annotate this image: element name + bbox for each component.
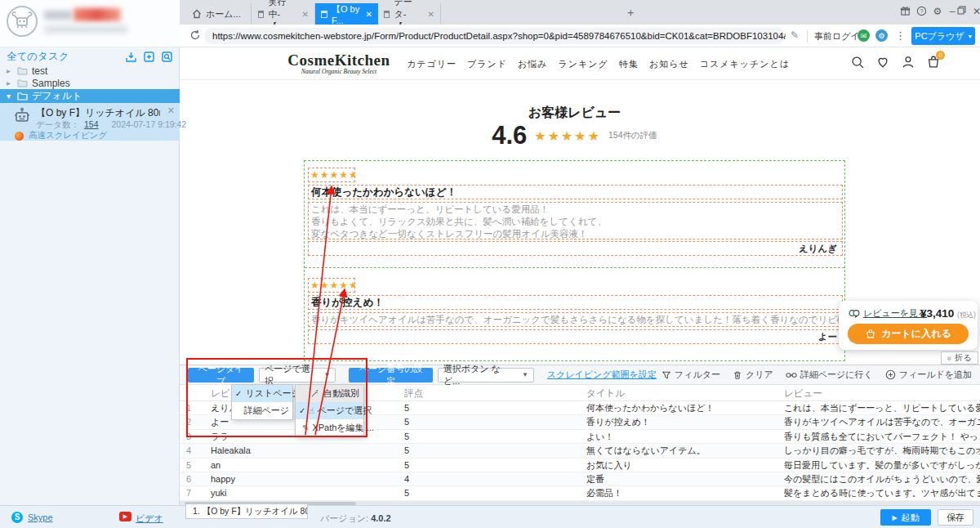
wishlist-heart-icon[interactable] [875,55,890,69]
table-cell: 香りも質感も全てにおいてパーフェクト！ やっと出会えたって感... [777,430,980,443]
sidebar-item-default[interactable]: ▾ デフォルト [0,89,180,103]
refresh-icon[interactable] [189,29,201,41]
site-nav: カテゴリー ブランド お悩み ランキング 特集 お知らせ コスメキッチンとは [407,47,790,80]
review-stars-field[interactable]: ★★★★★ [308,168,355,182]
sidebar-item-test[interactable]: ▸ test [0,65,180,77]
menu-item-detail-page[interactable]: 詳細ページ [232,402,292,419]
speed-scraping-icon [15,132,24,141]
launch-button[interactable]: ▶ 起動 [880,509,931,526]
go-to-detail-button[interactable]: 詳細ページに行く [786,369,873,381]
close-button[interactable]: ✕ [970,6,980,17]
table-cell: 何本使ったかわからないほど！ [580,401,777,414]
nav-category[interactable]: カテゴリー [407,58,457,70]
review-body-field[interactable]: 香りがキツイヘアオイルは苦手なので、オーガニックで髪もさらさらになる物を探してい… [308,312,843,327]
set-scrape-range-link[interactable]: スクレイピング範囲を設定 [547,369,657,381]
help-icon[interactable]: ? [916,6,929,16]
tab-data[interactable]: データ-【... ✕ [378,3,441,25]
tab-close-icon[interactable]: ✕ [428,10,434,19]
chevron-down-icon: ▾ [969,33,972,40]
tab-home[interactable]: ホーム... [186,3,252,25]
score-stars: ★★★★★ [534,128,601,144]
header-title[interactable]: タイトル [580,385,777,400]
nav-about[interactable]: コスメキッチンとは [700,58,790,70]
table-cell: 香りがキツイヘアオイルは苦手なので、オーガニックで髪もさら... [777,415,980,428]
select-button-dropdown[interactable]: 選択ボタン など... ▼ [438,368,534,383]
browser-mode-button[interactable]: PCブラウザ ▾ [911,27,975,45]
table-row[interactable]: 5an5お気に入り毎日愛用しています。髪の量が多いですがしっかりまとまってく..… [180,459,980,472]
nav-news[interactable]: お知らせ [649,58,689,70]
table-cell: 5 [398,415,580,428]
review-reviewer-field[interactable]: よー [308,329,843,344]
task-close-icon[interactable]: ✕ [167,105,175,116]
page-type-menu: ✓ リストページ ▸ 詳細ページ [231,384,293,420]
search-task-icon[interactable] [161,51,173,63]
menu-item-select-on-page[interactable]: ✓ ☝ ページで選択 [296,402,363,419]
double-chevron-down-icon: » [945,356,954,360]
extension-icon-green[interactable]: ✉ [858,29,870,42]
pointer-hand-icon: ☝ [309,406,314,415]
data-count-link[interactable]: 154 [84,119,99,131]
nav-brand[interactable]: ブランド [467,58,507,70]
all-tasks-label: 全てのタスク [7,50,125,64]
folder-icon [17,66,28,75]
gift-icon[interactable] [900,6,913,16]
header-review[interactable]: レビュー [777,385,980,400]
nav-feature[interactable]: 特集 [619,58,639,70]
cart-button[interactable]: 0 [926,55,941,69]
table-row[interactable]: 4Haleakala5無くてはならないアイテム。しっかり目の癖っ毛ですが、梅雨時… [180,444,980,458]
import-task-icon[interactable] [125,51,137,63]
table-cell: よい！ [580,430,777,443]
tab-close-icon[interactable]: ✕ [302,10,309,19]
new-task-icon[interactable] [143,51,155,63]
tab-running[interactable]: 実行中-【... ✕ [252,3,315,25]
see-reviews-link[interactable]: レビューを見る [863,307,927,320]
nav-concerns[interactable]: お悩み [518,58,548,70]
account-icon[interactable] [901,55,915,69]
review-title-field[interactable]: 香りが控えめ！ [308,295,843,310]
table-row[interactable]: 6happy4定番今の髪型にはこのオイルがちょうどいいので、愛用しています！ [180,472,980,486]
scrape-selection-region[interactable]: ★★★★★ 何本使ったかわからないほど！ これは、本当にずーーっと、リピートして… [304,160,845,361]
more-options-icon[interactable]: ⋮ [895,29,906,42]
menu-item-edit-xpath[interactable]: ✎ XPathを編集 ... [296,419,363,436]
add-field-button[interactable]: フィールドを追加 [885,369,972,381]
clear-button[interactable]: クリア [733,369,773,381]
status-bar: S Skype ▶ ビデオ バージョン: 4.0.2 ▶ 起動 保存 [0,505,980,528]
save-button[interactable]: 保存 [938,509,973,526]
menu-item-list-page[interactable]: ✓ リストページ ▸ [232,385,292,402]
page-number-setting-button[interactable]: ページ番号の設定 [349,368,432,383]
collapse-panel-button[interactable]: » 折る [941,351,978,365]
add-to-cart-button[interactable]: カートに入れる [848,324,969,344]
restore-button[interactable] [957,6,970,15]
extension-icon-blue[interactable]: ⚙ [875,29,888,42]
skype-link[interactable]: Skype [28,512,53,522]
page-type-button[interactable]: ページタイプ [188,368,254,383]
review-score-summary: 4.6 ★★★★★ 154件の評価 [304,121,845,150]
menu-item-auto-detect[interactable]: 自動識別 [296,385,363,402]
open-task-bottom-tab[interactable]: 1. 【O by F】リッチオイル 80mL ... [185,503,308,519]
new-tab-button[interactable]: ＋ [625,6,636,20]
settings-gear-icon[interactable]: ⚙ [931,6,944,17]
review-stars-field[interactable]: ★★★★★ [308,278,355,293]
address-bar[interactable]: https://www.cosmekitchen-webstore.jp/For… [204,28,786,44]
home-icon [192,9,202,19]
search-icon[interactable] [850,55,865,69]
review-reviewer-field[interactable]: えりんぎ [308,241,843,256]
nav-ranking[interactable]: ランキング [559,58,608,70]
app-logo [7,6,38,37]
task-card[interactable]: 【O by F】リッチオイル 80mL｜アウトバ... ✕ データ数：154 2… [0,103,180,141]
review-title-field[interactable]: 何本使ったかわからないほど！ [308,185,843,199]
video-link[interactable]: ビデオ [136,512,163,525]
page-select-dropdown[interactable]: ページで選択 ▼ [259,368,336,383]
site-logo[interactable]: CosmeKitchen Natural Organic Beauty Sele… [282,51,396,75]
filter-button[interactable]: フィルター [662,369,720,381]
table-cell: 5 [398,486,580,499]
tab-close-icon[interactable]: ✕ [366,10,372,19]
table-row[interactable]: 7yuki5必需品！髪をまとめる時に使っています。ツヤ感が出てまとまります。香.… [180,486,980,500]
sidebar-item-samples[interactable]: ▸ Samples [0,77,180,89]
review-body-field[interactable]: これは、本当にずーーっと、リピートしている愛用品！ 香りもよくて、リラックス効果… [308,202,843,239]
redacted-user-highlight [74,8,121,21]
edit-url-icon[interactable]: ✎ [791,29,799,41]
task-title: 【O by F】リッチオイル 80mL｜アウトバ... [36,106,160,120]
tab-active-product[interactable]: 【O by F... ✕ [315,3,378,25]
header-rating[interactable]: 評点 [398,385,580,400]
